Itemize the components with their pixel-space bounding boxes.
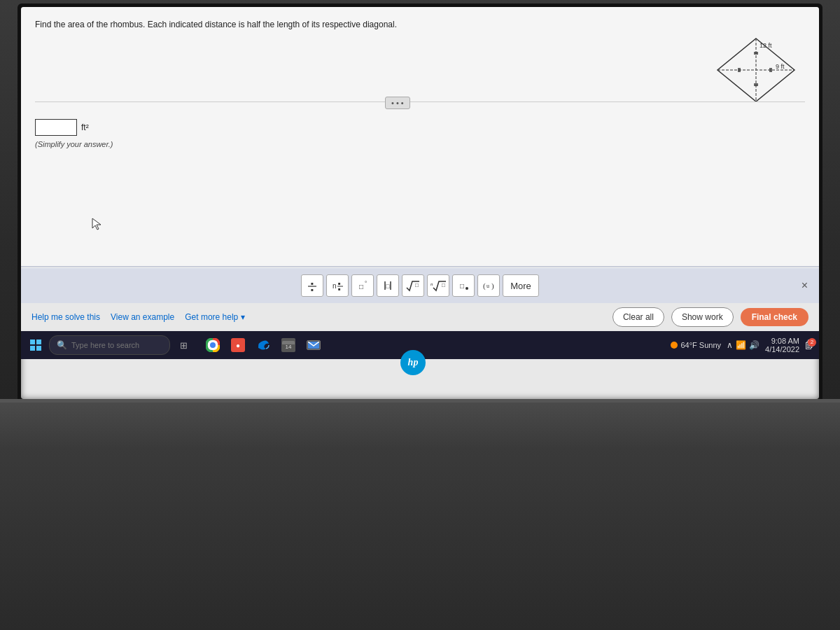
toolbar-right-buttons: Clear all Show work Final check [612,307,808,327]
svg-text:n: n [430,281,433,287]
svg-text:°: ° [365,280,367,286]
notification-button[interactable]: 🗐 [805,340,815,351]
laptop-base: esc F1 F2 F3 F4 F5 F6 F7 F8 F9 F10 F11 F… [0,402,840,630]
weather-dot [671,342,678,349]
laptop-outer: Find the area of the rhombus. Each indic… [0,0,840,630]
red-icon[interactable]: ● [227,335,248,356]
svg-text:n: n [332,282,337,290]
svg-text:■: ■ [338,281,341,286]
edge-icon[interactable] [253,335,274,356]
exponent-btn[interactable]: □ ° [351,274,374,297]
svg-text:□: □ [442,282,445,288]
windows-icon [30,340,41,351]
math-toolbar: ■ ■ n ■ ■ □ ° [21,268,819,303]
weather-text: 64°F Sunny [680,341,721,349]
svg-text:): ) [491,281,494,290]
svg-text:(: ( [483,281,486,290]
answer-input[interactable] [35,119,77,136]
svg-text:9 ft: 9 ft [776,63,785,70]
system-icons: ∧ 📶 🔊 [727,340,760,350]
svg-text:■: ■ [311,288,314,292]
show-work-button[interactable]: Show work [671,307,734,327]
answer-area: ft² [35,119,89,136]
more-button[interactable]: More [503,274,539,297]
problem-text: Find the area of the rhombus. Each indic… [35,20,397,29]
chrome-icon[interactable] [202,335,223,356]
search-input[interactable] [71,341,162,349]
view-example-link[interactable]: View an example [111,312,174,322]
svg-text:■: ■ [338,287,341,291]
simplify-note: (Simplify your answer.) [35,140,113,148]
bottom-toolbar: Help me solve this View an example Get m… [21,303,819,331]
time-display: 9:08 AM [765,337,799,345]
nth-root-btn[interactable]: n □ [427,274,449,297]
date-display: 4/14/2022 [765,345,799,354]
svg-text:□: □ [359,283,363,290]
svg-text:12 ft: 12 ft [760,42,772,49]
fraction-btn[interactable]: ■ ■ [301,274,323,297]
parentheses-btn[interactable]: ( u ) [477,274,500,297]
svg-text:□: □ [415,282,419,288]
get-more-help-link[interactable]: Get more help ▾ [185,312,244,322]
chevron-up-icon[interactable]: ∧ [727,340,733,350]
system-tray: 64°F Sunny ∧ 📶 🔊 9:08 AM 4/14/2022 🗐 [671,337,815,354]
weather-info: 64°F Sunny [671,341,721,349]
screen: Find the area of the rhombus. Each indic… [21,7,819,399]
network-icon[interactable]: 📶 [736,340,746,350]
mixed-number-btn[interactable]: n ■ ■ [326,274,349,297]
svg-marker-13 [92,218,101,230]
hp-icon: hp [400,350,426,375]
hp-logo-bezel: hp [392,352,434,373]
task-view-button[interactable]: ⊞ [173,335,194,356]
taskbar-search[interactable]: 🔍 [49,335,170,355]
start-button[interactable] [25,335,46,356]
calendar-icon[interactable]: 14 [278,335,299,356]
unit-label: ft² [81,122,89,132]
mail-icon[interactable] [303,335,324,356]
rhombus-diagram: 12 ft 9 ft [714,35,798,105]
taskbar-app-icons: ● 14 [202,335,324,356]
sound-icon[interactable]: 🔊 [749,340,760,350]
close-toolbar-button[interactable]: × [797,276,812,295]
svg-text:□: □ [460,282,464,290]
svg-point-30 [465,287,468,290]
search-icon: 🔍 [57,340,67,350]
svg-point-36 [211,343,216,348]
svg-text:□: □ [386,283,390,290]
clear-all-button[interactable]: Clear all [612,307,664,327]
help-solve-link[interactable]: Help me solve this [31,312,100,322]
decimal-btn[interactable]: □ [452,274,475,297]
absolute-value-btn[interactable]: □ [377,274,399,297]
clock[interactable]: 9:08 AM 4/14/2022 [765,337,799,354]
divider-line [35,102,805,102]
expand-button[interactable]: • • • [385,97,410,109]
sqrt-btn[interactable]: □ [402,274,424,297]
svg-text:■: ■ [311,281,314,286]
cursor [91,217,105,231]
toolbar-divider [21,266,819,267]
final-check-button[interactable]: Final check [741,308,808,326]
svg-text:u: u [486,283,489,289]
